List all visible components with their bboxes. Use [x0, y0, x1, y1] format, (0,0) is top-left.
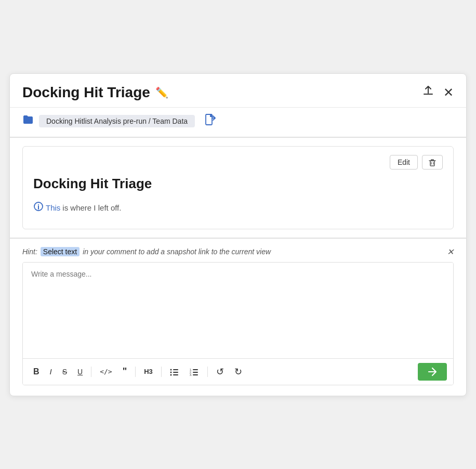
svg-rect-3 [430, 161, 434, 166]
breadcrumb-row: Docking Hitlist Analysis pre-run / Team … [10, 108, 466, 138]
message-input[interactable] [23, 263, 453, 356]
card-title: Docking Hit Triage [33, 176, 443, 192]
svg-point-7 [38, 204, 39, 205]
svg-rect-17 [193, 372, 198, 373]
format-toolbar: B I S U </> " H3 [23, 358, 453, 385]
svg-rect-0 [424, 94, 433, 95]
svg-text:3.: 3. [190, 373, 192, 376]
underline-button[interactable]: U [73, 365, 87, 379]
panel-header: Docking Hit Triage ✏️ ✕ [10, 74, 466, 108]
close-icon[interactable]: ✕ [443, 85, 454, 100]
card-note: This is where I left off. [33, 201, 443, 214]
svg-rect-19 [193, 374, 198, 375]
hint-highlight: Select text [41, 247, 80, 256]
undo-button[interactable]: ↺ [212, 363, 228, 380]
export-icon[interactable] [421, 84, 435, 101]
svg-rect-9 [173, 369, 178, 370]
svg-point-8 [170, 369, 171, 370]
italic-button[interactable]: I [46, 364, 56, 379]
edit-button[interactable]: Edit [390, 155, 418, 170]
hint-prefix: Hint: [22, 247, 37, 256]
share-doc-icon[interactable] [203, 113, 217, 129]
note-link[interactable]: This [46, 203, 60, 212]
svg-rect-13 [173, 374, 178, 375]
toolbar-divider-2 [135, 367, 136, 377]
message-area-inner [23, 263, 453, 358]
comment-section: Hint: Select text in your comment to add… [10, 239, 466, 396]
edit-title-icon[interactable]: ✏️ [155, 86, 168, 99]
unordered-list-button[interactable] [166, 365, 183, 379]
ordered-list-button[interactable]: 1. 2. 3. [186, 365, 203, 379]
header-left: Docking Hit Triage ✏️ [22, 84, 168, 101]
svg-point-10 [170, 371, 171, 373]
content-section: Edit Docking Hit Triage [10, 138, 466, 239]
header-right: ✕ [421, 84, 454, 101]
redo-button[interactable]: ↻ [230, 363, 246, 380]
quote-button[interactable]: " [118, 363, 131, 380]
note-text: is where I left off. [62, 203, 121, 212]
svg-point-12 [170, 374, 171, 375]
send-button[interactable] [418, 363, 447, 381]
hint-suffix: in your comment to add a snapshot link t… [83, 247, 271, 256]
svg-rect-2 [206, 114, 212, 125]
content-card: Edit Docking Hit Triage [22, 146, 454, 229]
hint-bar: Hint: Select text in your comment to add… [22, 247, 454, 257]
toolbar-divider-1 [91, 367, 91, 377]
folder-icon [22, 114, 34, 127]
toolbar-divider-3 [161, 367, 162, 377]
bold-button[interactable]: B [29, 364, 44, 379]
code-button[interactable]: </> [96, 365, 116, 378]
card-toolbar: Edit [33, 155, 443, 170]
page-title: Docking Hit Triage [22, 84, 150, 101]
hint-close-icon[interactable]: ✕ [447, 247, 454, 257]
note-icon [33, 201, 44, 214]
h3-button[interactable]: H3 [140, 365, 157, 378]
breadcrumb-text: Docking Hitlist Analysis pre-run / Team … [39, 115, 195, 127]
strikethrough-button[interactable]: S [58, 365, 71, 379]
svg-rect-11 [173, 372, 178, 373]
message-area-wrapper: B I S U </> " H3 [22, 262, 454, 385]
toolbar-divider-4 [207, 367, 208, 377]
main-panel: Docking Hit Triage ✏️ ✕ Docking Hitlist … [9, 73, 467, 396]
svg-rect-15 [193, 369, 198, 370]
delete-button[interactable] [422, 155, 443, 170]
